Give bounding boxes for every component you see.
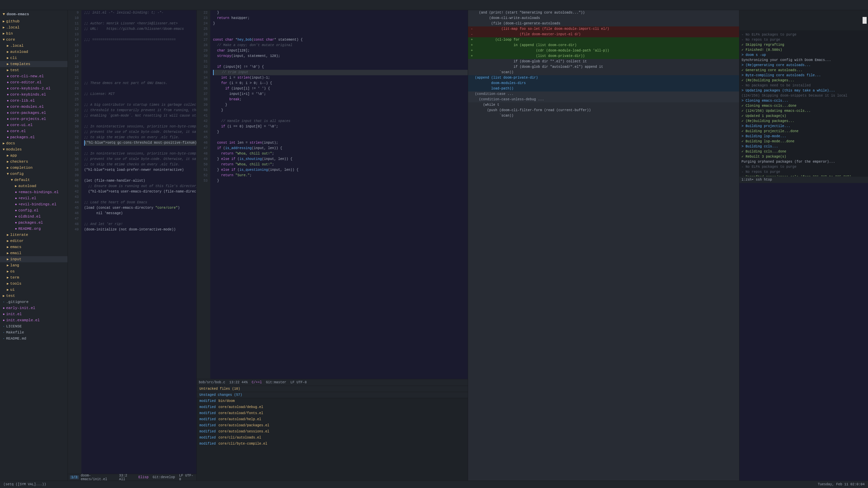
sidebar-item-default[interactable]: ▼ default — [0, 177, 67, 183]
code-line: ;;; init.el -*- lexical-binding: t; -*- — [84, 10, 196, 16]
right-code-content[interactable]: } return hasUpper;} const char *hey_bob(… — [210, 10, 468, 379]
code-line: ;; In noninteractive sessions, prioritiz… — [84, 151, 196, 157]
sidebar-item-test[interactable]: ▶ test — [0, 293, 67, 299]
sidebar-item-gitignore[interactable]: · .gitignore — [0, 299, 67, 305]
code-line: ;; enabling `gcmh-mode`. Not resetting i… — [84, 113, 196, 119]
right-status-file: bob/src/bob.c — [199, 381, 225, 384]
file-el-icon: ● — [7, 129, 9, 133]
sidebar-item-core-keybindsel[interactable]: ● core-keybinds.el — [0, 92, 67, 98]
sidebar-item-input[interactable]: ▶ input — [0, 256, 67, 262]
sidebar-item-literate[interactable]: ▶ literate — [0, 232, 67, 238]
sidebar-item-core-cli-newel[interactable]: ● core-cli-new.el — [0, 73, 67, 79]
git-file-row[interactable]: modifiedbin/doom — [197, 398, 468, 404]
diff-line: - (lit-map foo so-let (file doom-module-… — [468, 26, 739, 32]
sidebar-item-core-keybinds-2el[interactable]: ● core-keybinds-2.el — [0, 85, 67, 92]
git-file-row[interactable]: modifiedcore/autoload/packages.el — [197, 423, 468, 429]
sidebar-item-term[interactable]: ▶ term — [0, 274, 67, 281]
code-line — [213, 26, 468, 32]
sidebar-item-tools[interactable]: ▶ tools — [0, 281, 67, 287]
diff-line: `scan)) — [468, 70, 739, 75]
left-status-git: Git:develop — [153, 475, 175, 479]
cursor-rect — [863, 17, 867, 24]
code-line: ("hl-blue">setq gc-cons-threshold most-p… — [84, 140, 196, 146]
log-line: > Building lsp-mode... — [741, 134, 866, 139]
sidebar-item-cli[interactable]: ▶ cli — [0, 55, 67, 61]
status-right: Tuesday, Feb 11 02:0:04 — [818, 483, 865, 486]
sidebar-item-bin[interactable]: ▶ bin — [0, 30, 67, 37]
folder-icon: ▶ — [3, 141, 5, 145]
line-number: 24 — [197, 21, 208, 26]
sidebar-item-core-modulesel[interactable]: ● core-modules.el — [0, 104, 67, 110]
sidebar-item-app[interactable]: ▶ app — [0, 152, 67, 159]
sidebar-item-packagesel[interactable]: ● packages.el — [0, 220, 67, 226]
git-file-row[interactable]: modifiedcore/autoload/help.el — [197, 416, 468, 423]
sidebar-item-oldbindel[interactable]: ● oldbind.el — [0, 214, 67, 220]
sidebar-item-modules[interactable]: ▼ modules — [0, 146, 67, 152]
sidebar-item-core-editorel[interactable]: ● core-editor.el — [0, 79, 67, 85]
sidebar-item-github[interactable]: ▶ github — [0, 18, 67, 24]
sidebar-item-configel[interactable]: ● config.el — [0, 207, 67, 214]
code-line: return "Sure."; — [213, 173, 468, 178]
sidebar-item-coreel[interactable]: ● core.el — [0, 128, 67, 134]
sidebar-item-label: core-keybinds-2.el — [10, 86, 51, 90]
sidebar-item-label: core-cli-new.el — [10, 74, 44, 78]
sidebar-item-core-libel[interactable]: ● core-lib.el — [0, 98, 67, 104]
sidebar-item-lang[interactable]: ▶ lang — [0, 262, 67, 268]
sidebar-item-local[interactable]: ▶ .local — [0, 24, 67, 30]
sidebar-item-docs[interactable]: ▶ docs — [0, 140, 67, 146]
sidebar-item-checkers[interactable]: ▶ checkers — [0, 159, 67, 165]
right-code-lines: 2223242526272829303132333435363738394041… — [197, 10, 468, 379]
sidebar-item-ui[interactable]: ▶ ui — [0, 287, 67, 293]
sidebar-item-emacs[interactable]: ▶ emacs — [0, 244, 67, 250]
cursor-area — [739, 10, 868, 30]
sidebar-item-+evil-bindingsel[interactable]: ● +evil-bindings.el — [0, 201, 67, 207]
git-file-row[interactable]: modifiedcore/cli/autoloads.el — [197, 435, 468, 441]
sidebar-item-initexample.el[interactable]: ● init.example.el — [0, 317, 67, 323]
line-number: 12 — [68, 26, 79, 32]
sidebar-item-core[interactable]: ▼ core — [0, 37, 67, 43]
git-file-row[interactable]: modifiedcore/autoload/sessions.el — [197, 429, 468, 435]
sidebar-item-label: core-lib.el — [10, 99, 35, 103]
sidebar-item-email[interactable]: ▶ email — [0, 250, 67, 256]
sidebar-item-local[interactable]: ▶ .local — [0, 43, 67, 49]
sidebar-item-editor[interactable]: ▶ editor — [0, 238, 67, 244]
right-code-status: bob/src/bob.c 13:22 44% C/++l Git:master… — [197, 379, 468, 386]
git-file-row[interactable]: modifiedcore/autoload/debug.el — [197, 404, 468, 410]
file-icon: · — [3, 331, 5, 334]
sidebar-item-READMEorg[interactable]: ● README.org — [0, 226, 67, 232]
sidebar-item-LICENSE[interactable]: · LICENSE — [0, 323, 67, 329]
sidebar-item-config[interactable]: ▼ config — [0, 171, 67, 177]
sidebar-item-core-projectsel[interactable]: ● core-projects.el — [0, 116, 67, 122]
sidebar-item-initel[interactable]: ● init.el — [0, 311, 67, 317]
git-status-tag: modified — [199, 411, 216, 416]
folder-icon: ▶ — [3, 25, 5, 29]
sidebar-item-packagesel[interactable]: ● packages.el — [0, 134, 67, 140]
sidebar-item-+evilel[interactable]: ● +evil.el — [0, 195, 67, 201]
sidebar-item-templates[interactable]: ▶ templates — [0, 61, 67, 67]
right-status-mode: C/++l — [252, 381, 262, 384]
sidebar-item-+emacs-bindingsel[interactable]: ● +emacs-bindings.el — [0, 189, 67, 195]
sidebar-item-label: README.md — [6, 337, 26, 341]
code-line — [84, 195, 196, 200]
sidebar-item-label: core-keybinds.el — [10, 93, 46, 97]
git-file-row[interactable]: modifiedcore/autoload/fonts.el — [197, 410, 468, 416]
sidebar-item-completion[interactable]: ▶ completion — [0, 165, 67, 171]
code-line: ("hl-blue">setq user-emacs-directory (fi… — [84, 189, 196, 195]
git-file-row[interactable]: modifiedcore/cli/byte-compile.el — [197, 441, 468, 447]
sidebar-item-autoload[interactable]: ▶ autoload — [0, 49, 67, 55]
sidebar-item-os[interactable]: ▶ os — [0, 268, 67, 274]
line-number: 46 — [197, 140, 208, 146]
sidebar-item-Makefile[interactable]: · Makefile — [0, 329, 67, 336]
line-number: 31 — [197, 59, 208, 64]
sidebar-item-core-uiel[interactable]: ● core-ui.el — [0, 122, 67, 128]
sidebar-item-READMEmd[interactable]: · README.md — [0, 336, 67, 342]
sidebar-item-core-packagesel[interactable]: ● core-packages.el — [0, 110, 67, 116]
sidebar-item-autoload[interactable]: ▶ autoload — [0, 183, 67, 189]
sidebar-item-test[interactable]: ▶ test — [0, 67, 67, 73]
code-line — [84, 16, 196, 21]
code-line: ;; Ensure Doom is running out of this fi… — [84, 184, 196, 189]
sidebar-item-early-initel[interactable]: ● early-init.el — [0, 305, 67, 311]
left-code-content[interactable]: ;;; init.el -*- lexical-binding: t; -*- … — [81, 10, 196, 474]
main-panels: 9101112131415161718192021222324252627282… — [68, 10, 868, 481]
sidebar-item-label: bin — [6, 32, 13, 36]
